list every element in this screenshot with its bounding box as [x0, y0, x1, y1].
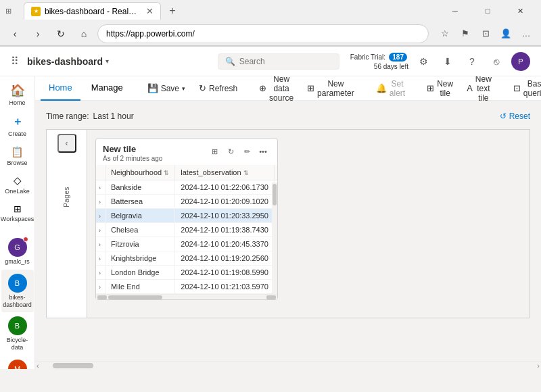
search-input[interactable] [239, 57, 327, 66]
new-tile: New tile As of 2 minutes ago ⊞ ↻ ✏ ••• [95, 138, 278, 300]
neighbourhood-col-header[interactable]: Neighbourhood ⇅ [105, 165, 175, 180]
row-expand-icon: › [99, 199, 101, 205]
h-scroll-track [162, 295, 266, 299]
maximize-button[interactable]: □ [472, 0, 503, 22]
canvas-with-pages: ‹ Pages New tile As of 2 minutes ago [46, 129, 530, 318]
pages-collapse-button[interactable]: ‹ [57, 134, 76, 153]
table-row[interactable]: › Belgravia 2024-12-10 01:20:33.2950 [96, 209, 277, 223]
new-data-source-label: New data source [269, 76, 293, 103]
sidebar-item-create[interactable]: ＋ Create [1, 111, 34, 142]
base-queries-button[interactable]: ⊡ Base queries [508, 79, 541, 98]
tab-home[interactable]: Home [41, 76, 80, 101]
save-button[interactable]: 💾 Save ▾ [142, 79, 191, 98]
home-button[interactable]: ⌂ [74, 24, 93, 43]
latest-obs-cell: 2024-12-10 01:20:09.1020 [175, 195, 275, 209]
tile-grid-icon[interactable]: ⊞ [207, 144, 222, 159]
sidebar-item-bikes-dashboard[interactable]: B bikes-dashboard [1, 270, 34, 313]
browser-account-icon[interactable]: 👤 [496, 24, 515, 43]
col-sort-icon2: ⇅ [243, 170, 249, 176]
new-text-tile-button[interactable]: A New text tile [461, 79, 497, 98]
table-row[interactable]: › Fitzrovia 2024-12-10 01:20:45.3370 [96, 237, 277, 251]
time-range-info: Time range: Last 1 hour [46, 112, 134, 121]
search-box[interactable]: 🔍 [218, 53, 339, 70]
browser-extensions[interactable]: ⊡ [476, 24, 495, 43]
latest-obs-cell: 2024-12-10 01:21:03.5970 [175, 280, 275, 294]
header-search: 🔍 [218, 53, 339, 70]
table-row[interactable]: › Chelsea 2024-12-10 01:19:38.7430 [96, 223, 277, 237]
address-input[interactable] [97, 24, 429, 43]
save-icon: 💾 [147, 83, 158, 93]
help-icon[interactable]: ? [463, 52, 481, 71]
onelake-icon: ◇ [14, 174, 22, 187]
sidebar-item-browse[interactable]: 📋 Browse [1, 142, 34, 171]
minimize-button[interactable]: ─ [440, 0, 471, 22]
table-row[interactable]: › Battersea 2024-12-10 01:20:09.1020 [96, 195, 277, 209]
favorites-icon[interactable]: ☆ [436, 24, 454, 43]
close-window-button[interactable]: ✕ [504, 0, 536, 22]
tile-header: New tile As of 2 minutes ago ⊞ ↻ ✏ ••• [96, 139, 277, 165]
active-tab[interactable]: ★ bikes-dashboard - Real-Time Inte... ✕ [24, 2, 161, 20]
event-house1-avatar: M [8, 360, 27, 369]
share-network-icon[interactable]: ⎋ [487, 52, 506, 71]
back-button[interactable]: ‹ [5, 24, 24, 43]
browser-settings-icon[interactable]: … [517, 24, 536, 43]
row-expand-icon: › [99, 255, 101, 262]
new-text-tile-label: New text tile [475, 76, 492, 103]
sidebar-item-workspaces[interactable]: ⊞ Workspaces [1, 199, 34, 227]
scroll-left-icon[interactable]: ‹ [37, 362, 39, 370]
fabric-trial-label: Fabric Trial: [350, 53, 385, 61]
new-tile-button[interactable]: ⊞ New tile [421, 79, 458, 98]
tab-favicon: ★ [31, 7, 41, 16]
scroll-right-icon[interactable]: › [537, 362, 540, 370]
row-expand-icon: › [99, 185, 101, 191]
reset-button[interactable]: ↺ Reset [500, 112, 530, 121]
expand-cell: › [96, 280, 105, 294]
no-bikes-col-header[interactable]: No_Bikes ⇅ [274, 165, 277, 180]
row-expand-icon: › [99, 284, 101, 291]
tab-close-icon[interactable]: ✕ [146, 6, 154, 16]
tile-area: New tile As of 2 minutes ago ⊞ ↻ ✏ ••• [87, 129, 530, 318]
horizontal-scrollbar[interactable] [96, 294, 277, 299]
table-row[interactable]: › Mile End 2024-12-10 01:21:03.5970 [96, 280, 277, 294]
main-toolbar: Home Manage 💾 Save ▾ ↻ Refresh ⊕ New dat… [35, 76, 541, 101]
h-scroll-left-arrow [97, 295, 107, 299]
settings-icon[interactable]: ⚙ [414, 52, 433, 71]
app-header: ⠿ bikes-dashboard ▾ 🔍 Fabric Trial: 187 … [0, 47, 541, 76]
forward-button[interactable]: › [28, 24, 47, 43]
vertical-scrollbar[interactable] [272, 182, 277, 294]
create-icon: ＋ [12, 115, 23, 129]
row-expand-icon: › [99, 270, 101, 276]
sidebar-item-gmalc-rs[interactable]: G gmalc_rs [1, 234, 34, 270]
refresh-button[interactable]: ↻ Refresh [193, 79, 243, 98]
app-title-chevron-icon[interactable]: ▾ [105, 57, 109, 65]
refresh-button[interactable]: ↻ [51, 24, 70, 43]
tile-refresh-icon[interactable]: ↻ [223, 144, 238, 159]
vertical-scrollbar-thumb [273, 184, 277, 205]
download-icon[interactable]: ⬇ [438, 52, 457, 71]
tab-manage[interactable]: Manage [83, 76, 131, 101]
new-tab-button[interactable]: + [164, 2, 181, 20]
bicycle-data-avatar: B [8, 316, 27, 335]
table-row[interactable]: › Bankside 2024-12-10 01:22:06.1730 [96, 180, 277, 195]
sidebar-item-onelake[interactable]: ◇ OneLake [1, 170, 34, 199]
neighbourhood-cell: London Bridge [105, 266, 175, 280]
table-row[interactable]: › London Bridge 2024-12-10 01:19:08.5990 [96, 266, 277, 280]
set-alert-button[interactable]: 🔔 Set alert [371, 79, 410, 98]
sidebar-item-bicycle-data[interactable]: B Bicycle-data [1, 312, 34, 356]
expand-cell: › [96, 237, 105, 251]
time-range-value[interactable]: Last 1 hour [93, 112, 134, 121]
tile-edit-icon[interactable]: ✏ [239, 144, 254, 159]
sidebar-item-home[interactable]: 🏠 Home [1, 79, 34, 111]
latest-obs-cell: 2024-12-10 01:20:45.3370 [175, 237, 275, 251]
new-parameter-button[interactable]: ⊞ New parameter [302, 79, 360, 98]
waffle-menu-icon[interactable]: ⠿ [11, 55, 19, 68]
user-avatar[interactable]: P [511, 52, 530, 71]
sidebar-item-event-house1[interactable]: M my-event-house [1, 356, 34, 369]
new-data-source-button[interactable]: ⊕ New data source [254, 79, 299, 98]
main-layout: 🏠 Home ＋ Create 📋 Browse ◇ OneLake ⊞ Wor… [0, 76, 541, 369]
latest-obs-col-header[interactable]: latest_observation ⇅ [175, 165, 275, 180]
bottom-scrollbar[interactable]: ‹ › [35, 361, 541, 369]
tile-more-icon[interactable]: ••• [256, 144, 270, 159]
table-row[interactable]: › Knightsbridge 2024-12-10 01:19:20.2560 [96, 251, 277, 266]
collections-icon[interactable]: ⚑ [456, 24, 475, 43]
